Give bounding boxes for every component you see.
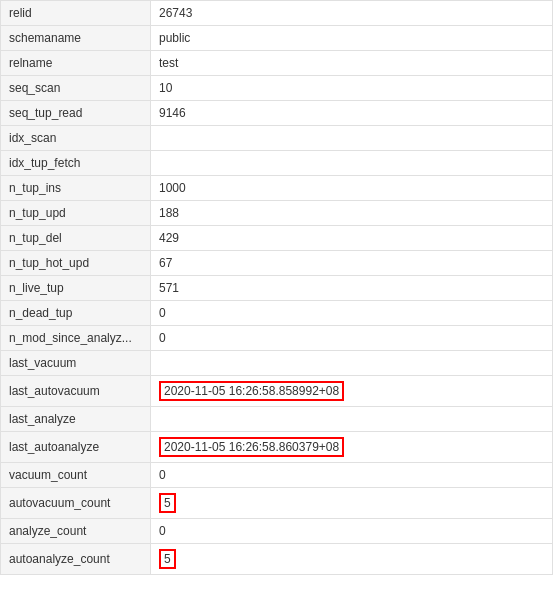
table-row: schemanamepublic <box>1 26 553 51</box>
row-key: vacuum_count <box>1 463 151 488</box>
row-value: 0 <box>151 463 553 488</box>
row-value: 10 <box>151 76 553 101</box>
row-value: 571 <box>151 276 553 301</box>
row-value: 2020-11-05 16:26:58.860379+08 <box>151 432 553 463</box>
row-key: n_mod_since_analyz... <box>1 326 151 351</box>
table-row: n_tup_ins1000 <box>1 176 553 201</box>
table-row: last_vacuum <box>1 351 553 376</box>
row-key: n_tup_upd <box>1 201 151 226</box>
table-row: vacuum_count0 <box>1 463 553 488</box>
row-value: 0 <box>151 326 553 351</box>
row-key: n_dead_tup <box>1 301 151 326</box>
row-value <box>151 151 553 176</box>
row-value: 1000 <box>151 176 553 201</box>
row-key: seq_scan <box>1 76 151 101</box>
table-row: autoanalyze_count5 <box>1 544 553 575</box>
highlighted-value: 5 <box>159 493 176 513</box>
row-value: 5 <box>151 488 553 519</box>
table-row: seq_tup_read9146 <box>1 101 553 126</box>
table-row: last_autovacuum2020-11-05 16:26:58.85899… <box>1 376 553 407</box>
highlighted-value: 2020-11-05 16:26:58.858992+08 <box>159 381 344 401</box>
row-value: 0 <box>151 301 553 326</box>
row-value: 9146 <box>151 101 553 126</box>
table-row: n_live_tup571 <box>1 276 553 301</box>
row-value: test <box>151 51 553 76</box>
row-key: n_live_tup <box>1 276 151 301</box>
table-row: last_autoanalyze2020-11-05 16:26:58.8603… <box>1 432 553 463</box>
row-key: n_tup_del <box>1 226 151 251</box>
table-row: idx_scan <box>1 126 553 151</box>
row-value: 188 <box>151 201 553 226</box>
table-row: last_analyze <box>1 407 553 432</box>
highlighted-value: 5 <box>159 549 176 569</box>
table-row: n_mod_since_analyz...0 <box>1 326 553 351</box>
row-value <box>151 126 553 151</box>
row-key: last_analyze <box>1 407 151 432</box>
row-value: 429 <box>151 226 553 251</box>
table-row: n_tup_hot_upd67 <box>1 251 553 276</box>
row-key: analyze_count <box>1 519 151 544</box>
row-key: schemaname <box>1 26 151 51</box>
table-row: seq_scan10 <box>1 76 553 101</box>
row-key: autoanalyze_count <box>1 544 151 575</box>
row-key: last_autovacuum <box>1 376 151 407</box>
row-value: public <box>151 26 553 51</box>
row-value: 26743 <box>151 1 553 26</box>
table-row: autovacuum_count5 <box>1 488 553 519</box>
table-row: analyze_count0 <box>1 519 553 544</box>
table-row: n_dead_tup0 <box>1 301 553 326</box>
table-row: n_tup_upd188 <box>1 201 553 226</box>
row-key: autovacuum_count <box>1 488 151 519</box>
row-value: 5 <box>151 544 553 575</box>
row-key: n_tup_ins <box>1 176 151 201</box>
row-key: seq_tup_read <box>1 101 151 126</box>
row-key: last_vacuum <box>1 351 151 376</box>
row-value: 0 <box>151 519 553 544</box>
row-key: n_tup_hot_upd <box>1 251 151 276</box>
row-value <box>151 407 553 432</box>
row-key: relname <box>1 51 151 76</box>
table-row: idx_tup_fetch <box>1 151 553 176</box>
row-key: relid <box>1 1 151 26</box>
table-row: relnametest <box>1 51 553 76</box>
table-row: n_tup_del429 <box>1 226 553 251</box>
stats-table: relid26743schemanamepublicrelnametestseq… <box>0 0 553 575</box>
row-key: idx_tup_fetch <box>1 151 151 176</box>
row-value <box>151 351 553 376</box>
row-value: 67 <box>151 251 553 276</box>
row-key: idx_scan <box>1 126 151 151</box>
row-value: 2020-11-05 16:26:58.858992+08 <box>151 376 553 407</box>
table-row: relid26743 <box>1 1 553 26</box>
row-key: last_autoanalyze <box>1 432 151 463</box>
highlighted-value: 2020-11-05 16:26:58.860379+08 <box>159 437 344 457</box>
